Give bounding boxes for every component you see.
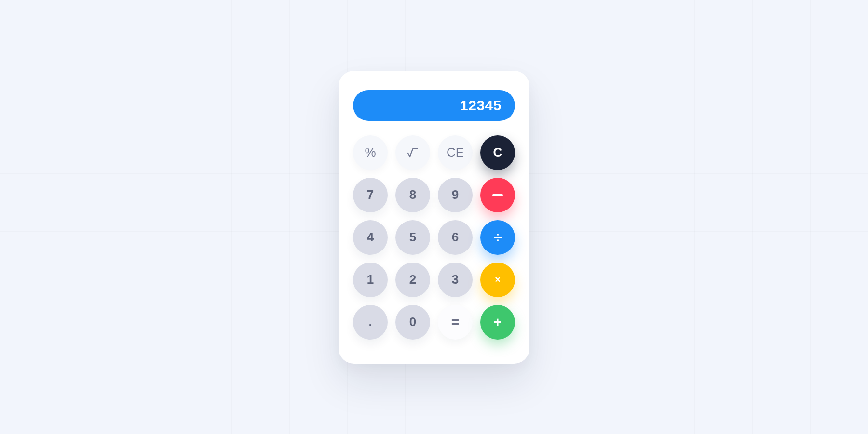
equals-icon: = [451, 315, 459, 330]
multiply-button[interactable]: × [480, 263, 515, 297]
digit-6-button[interactable]: 6 [438, 220, 473, 255]
digit-8-label: 8 [409, 187, 416, 202]
digit-6-label: 6 [452, 230, 459, 245]
multiply-icon: × [495, 274, 501, 285]
divide-icon: ÷ [493, 230, 502, 245]
digit-5-label: 5 [409, 230, 416, 245]
digit-1-label: 1 [367, 272, 374, 287]
clear-entry-label: CE [447, 145, 464, 160]
percent-button[interactable]: % [353, 135, 388, 170]
clear-entry-button[interactable]: CE [438, 135, 473, 170]
digit-3-button[interactable]: 3 [438, 263, 473, 297]
percent-icon: % [365, 145, 376, 160]
plus-button[interactable]: + [480, 305, 515, 340]
clear-button[interactable]: C [480, 135, 515, 170]
digit-1-button[interactable]: 1 [353, 263, 388, 297]
digit-0-button[interactable]: 0 [395, 305, 430, 340]
digit-4-label: 4 [367, 230, 374, 245]
digit-3-label: 3 [452, 272, 459, 287]
calculator: 12345 % CE C 7 8 9 [339, 71, 529, 364]
digit-7-button[interactable]: 7 [353, 178, 388, 212]
plus-icon: + [494, 315, 502, 330]
digit-2-label: 2 [409, 272, 416, 287]
digit-8-button[interactable]: 8 [395, 178, 430, 212]
digit-9-label: 9 [452, 187, 459, 202]
decimal-button[interactable]: . [353, 305, 388, 340]
digit-9-button[interactable]: 9 [438, 178, 473, 212]
digit-5-button[interactable]: 5 [395, 220, 430, 255]
keypad: % CE C 7 8 9 4 5 [353, 135, 515, 340]
sqrt-button[interactable] [395, 135, 430, 170]
minus-icon [492, 194, 503, 196]
digit-7-label: 7 [367, 187, 374, 202]
divide-button[interactable]: ÷ [480, 220, 515, 255]
decimal-label: . [368, 315, 372, 329]
calculator-display: 12345 [353, 90, 515, 121]
display-value: 12345 [460, 97, 502, 114]
sqrt-icon [406, 146, 420, 159]
digit-0-label: 0 [409, 315, 416, 329]
digit-4-button[interactable]: 4 [353, 220, 388, 255]
clear-label: C [493, 145, 502, 160]
minus-button[interactable] [480, 178, 515, 212]
digit-2-button[interactable]: 2 [395, 263, 430, 297]
equals-button[interactable]: = [438, 305, 473, 340]
